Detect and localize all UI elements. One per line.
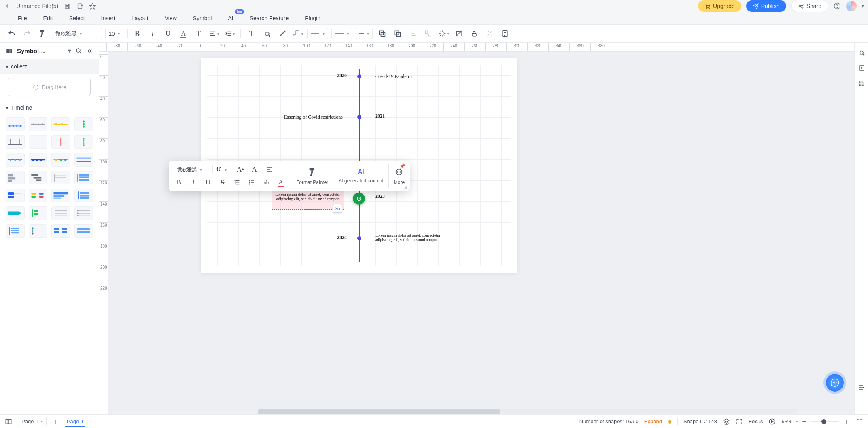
float-italic-icon[interactable]: I — [188, 177, 199, 188]
timeline-thumb[interactable] — [74, 117, 93, 131]
timeline-year-2023[interactable]: 2023 — [375, 193, 385, 199]
timeline-thumb[interactable] — [29, 153, 48, 167]
section-timeline[interactable]: ▾ Timeline — [0, 100, 99, 115]
timeline-thumb[interactable] — [74, 224, 93, 238]
share-button[interactable]: Share — [791, 0, 828, 12]
align-icon[interactable]: ▾ — [208, 28, 220, 40]
zoom-in-icon[interactable]: ＋ — [843, 417, 850, 426]
page-setup-icon[interactable] — [499, 28, 511, 40]
timeline-node-4[interactable] — [357, 236, 361, 240]
timeline-thumb[interactable] — [29, 224, 48, 238]
menu-file[interactable]: File — [10, 13, 35, 24]
float-strike-icon[interactable]: S — [217, 177, 228, 188]
float-underline-icon[interactable]: U — [203, 177, 213, 188]
lock-icon[interactable] — [468, 28, 480, 40]
float-font-size[interactable]: 10▾ — [212, 165, 231, 174]
align-objects-icon[interactable] — [407, 28, 419, 40]
timeline-thumb[interactable] — [6, 224, 25, 238]
canvas-scroll[interactable]: 2020 Covid-19 Pandemic 2021 Easening of … — [108, 52, 854, 414]
tools-icon[interactable] — [484, 28, 496, 40]
zoom-out-icon[interactable]: − — [802, 417, 806, 426]
increase-font-icon[interactable]: A+ — [235, 164, 246, 175]
redo-icon[interactable] — [21, 28, 33, 40]
float-line-spacing-icon[interactable] — [232, 177, 242, 188]
send-back-icon[interactable] — [391, 28, 403, 40]
pin-icon[interactable]: 📌 — [399, 163, 405, 169]
float-font-family[interactable]: 微软雅黑▾ — [174, 165, 208, 174]
timeline-thumb[interactable] — [74, 189, 93, 202]
menu-layout[interactable]: Layout — [123, 13, 157, 24]
italic-icon[interactable]: I — [146, 28, 159, 40]
timeline-thumb[interactable] — [74, 153, 93, 167]
font-color-icon[interactable]: A — [177, 28, 189, 40]
timeline-thumb[interactable] — [51, 206, 70, 220]
float-ai-icon[interactable]: AI — [358, 168, 364, 176]
apps-panel-icon[interactable] — [857, 79, 866, 87]
chat-fab-icon[interactable] — [826, 374, 844, 392]
bold-icon[interactable]: B — [131, 28, 143, 40]
menu-select[interactable]: Select — [61, 13, 93, 24]
undo-icon[interactable] — [6, 28, 18, 40]
back-icon[interactable] — [4, 3, 11, 9]
grammarly-icon[interactable]: G — [353, 193, 365, 205]
section-collect[interactable]: ▾ collect — [0, 59, 99, 74]
timeline-text-2[interactable]: Easening of Covid restrictions — [262, 114, 343, 120]
timeline-thumb[interactable] — [74, 206, 93, 220]
search-icon[interactable] — [75, 47, 83, 55]
menu-symbol[interactable]: Symbol — [185, 13, 220, 24]
group-icon[interactable] — [422, 28, 434, 40]
timeline-thumb[interactable] — [51, 117, 70, 131]
fill-panel-icon[interactable] — [857, 49, 866, 57]
font-size-select[interactable]: 10▾ — [105, 28, 128, 39]
timeline-thumb[interactable] — [29, 117, 48, 131]
export-panel-icon[interactable] — [857, 64, 866, 72]
line-dash-select[interactable]: ▾ — [356, 28, 373, 39]
collapse-icon[interactable] — [87, 48, 93, 54]
library-icon[interactable] — [6, 47, 13, 55]
present-icon[interactable] — [768, 418, 776, 425]
outline-toggle-icon[interactable] — [857, 384, 866, 392]
zoom-value[interactable]: 63% — [781, 418, 792, 424]
ruler-vertical[interactable]: 020406080100120140160180200220 — [99, 52, 108, 414]
timeline-thumb[interactable] — [51, 171, 70, 184]
connector-icon[interactable]: ▾ — [292, 28, 304, 40]
timeline-thumb[interactable] — [6, 153, 25, 167]
menu-view[interactable]: View — [157, 13, 185, 24]
float-align-icon[interactable] — [264, 164, 275, 175]
save-icon[interactable] — [64, 3, 71, 10]
layers-icon[interactable] — [723, 418, 730, 425]
indent-icon[interactable]: ▾ — [223, 28, 236, 40]
decrease-font-icon[interactable]: A- — [250, 164, 260, 175]
timeline-node-2[interactable] — [357, 115, 361, 119]
float-bullets-icon[interactable] — [246, 177, 257, 188]
fullscreen-icon[interactable] — [856, 418, 863, 425]
drag-here-area[interactable]: Drag Here — [8, 78, 91, 96]
menu-ai[interactable]: AI — [220, 13, 241, 24]
timeline-thumb[interactable] — [29, 206, 48, 220]
timeline-year-2021[interactable]: 2021 — [375, 113, 385, 119]
timeline-thumb[interactable] — [29, 135, 48, 149]
expand-link[interactable]: Expand — [644, 418, 662, 424]
timeline-thumb[interactable] — [51, 189, 70, 202]
line-color-icon[interactable] — [276, 28, 289, 40]
float-bold-icon[interactable]: B — [174, 177, 184, 188]
font-family-select[interactable]: 微软雅黑▾ — [52, 28, 102, 39]
timeline-thumb[interactable] — [6, 135, 25, 149]
resize-handle-icon[interactable]: ◢ — [404, 185, 407, 189]
publish-button[interactable]: Publish — [746, 0, 786, 12]
timeline-year-2024[interactable]: 2024 — [337, 235, 347, 241]
timeline-thumb[interactable] — [6, 206, 25, 220]
help-icon[interactable] — [833, 2, 841, 10]
timeline-thumb[interactable] — [29, 189, 48, 202]
arrow-style-select[interactable]: ▾ — [331, 28, 352, 39]
star-icon[interactable] — [89, 3, 96, 10]
timeline-thumb[interactable] — [51, 224, 70, 238]
menu-insert[interactable]: Insert — [93, 13, 123, 24]
underline-icon[interactable]: U — [162, 28, 174, 40]
add-page-icon[interactable]: ＋ — [52, 417, 59, 426]
timeline-thumb[interactable] — [6, 117, 25, 131]
timeline-thumb[interactable] — [6, 171, 25, 184]
text-format-icon[interactable]: T — [193, 28, 205, 40]
focus-label[interactable]: Focus — [749, 418, 763, 424]
horizontal-scrollbar[interactable] — [258, 409, 798, 413]
